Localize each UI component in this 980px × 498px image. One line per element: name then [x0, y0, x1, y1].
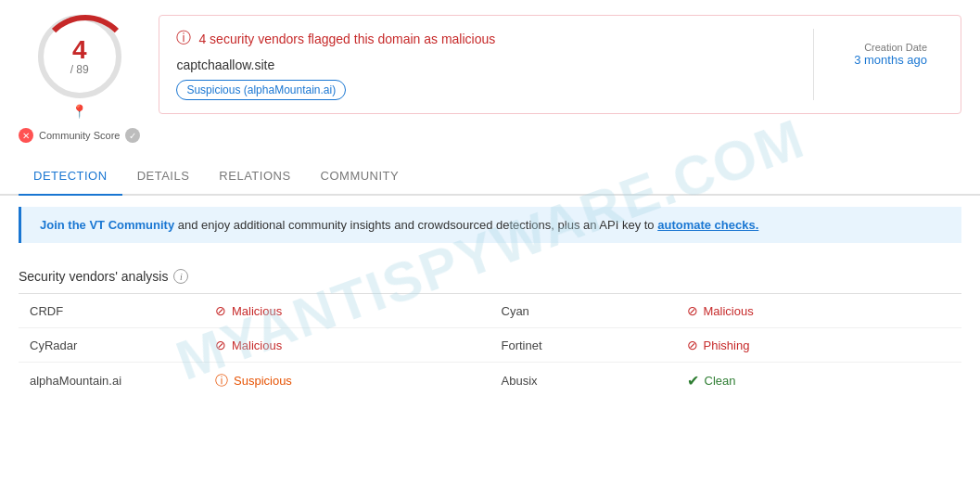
alert-icon: ⊘ [687, 303, 698, 318]
tab-relations[interactable]: RELATIONS [204, 158, 305, 196]
creation-date-value: 3 months ago [831, 53, 927, 67]
community-score-label: Community Score [39, 130, 120, 141]
vendor-result-left: ⊘ Malicious [204, 328, 490, 363]
tab-community[interactable]: COMMUNITY [306, 158, 414, 196]
result-label-left: Malicious [232, 338, 282, 352]
vendor-name-right: Fortinet [490, 328, 676, 363]
x-icon: ✕ [19, 128, 33, 143]
main-container: 4 / 89 📍 ✕ Community Score ✓ ⓘ 4 securit… [0, 0, 980, 399]
vendor-name-left: alphaMountain.ai [19, 363, 204, 400]
vendors-title: Security vendors' analysis i [19, 269, 961, 284]
alert-content: ⓘ 4 security vendors flagged this domain… [176, 29, 813, 100]
community-score-row: ✕ Community Score ✓ [19, 128, 140, 143]
alert-icon: ⓘ [176, 29, 191, 48]
score-section: 4 / 89 📍 ✕ Community Score ✓ [19, 15, 140, 143]
alert-icon: ⊘ [687, 338, 698, 352]
vendor-table: CRDF ⊘ Malicious Cyan ⊘ Malicious CyRada… [19, 293, 961, 399]
table-row: CyRadar ⊘ Malicious Fortinet ⊘ Phishing [19, 328, 961, 363]
alert-title: ⓘ 4 security vendors flagged this domain… [176, 29, 813, 48]
check-circle-icon: ✔ [687, 372, 699, 389]
alert-box: ⓘ 4 security vendors flagged this domain… [159, 15, 961, 114]
result-label-left: Malicious [232, 304, 282, 318]
alert-message: 4 security vendors flagged this domain a… [198, 32, 495, 46]
table-row: alphaMountain.ai ⓘ Suspicious Abusix ✔ C… [19, 363, 961, 400]
score-total: / 89 [70, 63, 89, 76]
tabs-bar: DETECTION DETAILS RELATIONS COMMUNITY [0, 158, 980, 196]
creation-date-months: 3 months [854, 53, 903, 67]
info-icon: ⓘ [215, 373, 228, 389]
header-section: 4 / 89 📍 ✕ Community Score ✓ ⓘ 4 securit… [0, 0, 980, 150]
tab-detection[interactable]: DETECTION [19, 158, 122, 196]
vendors-title-text: Security vendors' analysis [19, 269, 168, 284]
result-label-right: Clean [705, 374, 736, 388]
suspicious-tag[interactable]: Suspicious (alphaMountain.ai) [176, 80, 346, 100]
vendor-result-left: ⊘ Malicious [204, 294, 490, 328]
alert-icon: ⊘ [215, 303, 226, 318]
vendor-result-right: ⊘ Phishing [676, 328, 962, 363]
tab-details[interactable]: DETAILS [122, 158, 205, 196]
vendors-info-icon[interactable]: i [173, 269, 188, 284]
vendor-name-left: CRDF [19, 294, 204, 328]
vendor-name-right: Abusix [490, 363, 676, 400]
creation-date-label: Creation Date [831, 42, 927, 53]
score-circle: 4 / 89 [38, 15, 121, 98]
creation-date-col: Creation Date 3 months ago [814, 29, 944, 80]
join-vt-link[interactable]: Join the VT Community [40, 218, 174, 232]
vendors-section: Security vendors' analysis i CRDF ⊘ Mali… [0, 254, 980, 399]
result-label-left: Suspicious [234, 374, 292, 388]
vendor-result-right: ✔ Clean [676, 363, 962, 400]
vendor-result-right: ⊘ Malicious [676, 294, 962, 328]
domain-name: captchaallow.site [176, 57, 813, 72]
creation-date-ago: ago [907, 53, 927, 67]
table-row: CRDF ⊘ Malicious Cyan ⊘ Malicious [19, 294, 961, 328]
result-label-right: Malicious [704, 304, 754, 318]
alert-icon: ⊘ [215, 338, 226, 352]
community-banner: Join the VT Community and enjoy addition… [19, 207, 961, 243]
vendor-name-right: Cyan [490, 294, 676, 328]
banner-middle-text: and enjoy additional community insights … [178, 218, 657, 232]
alert-row: ⓘ 4 security vendors flagged this domain… [176, 29, 944, 100]
score-number: 4 [72, 37, 87, 63]
automate-checks-link[interactable]: automate checks. [657, 218, 758, 232]
check-icon: ✓ [125, 128, 140, 143]
result-label-right: Phishing [704, 338, 750, 352]
vendor-name-left: CyRadar [19, 328, 204, 363]
vendor-result-left: ⓘ Suspicious [204, 363, 490, 400]
